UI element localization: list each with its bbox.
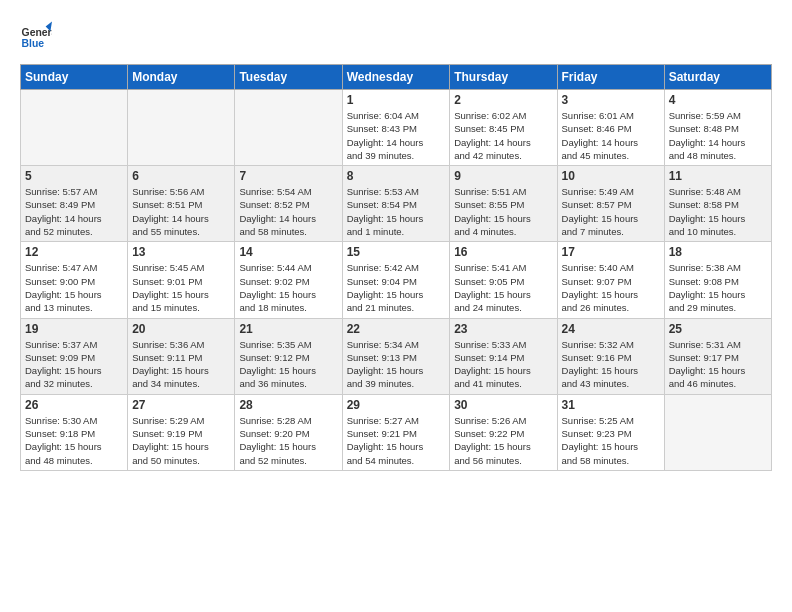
day-info: Sunrise: 5:57 AM Sunset: 8:49 PM Dayligh… [25, 185, 123, 238]
calendar-cell: 7Sunrise: 5:54 AM Sunset: 8:52 PM Daylig… [235, 166, 342, 242]
calendar-cell [21, 90, 128, 166]
day-number: 8 [347, 169, 446, 183]
day-number: 2 [454, 93, 552, 107]
day-info: Sunrise: 5:36 AM Sunset: 9:11 PM Dayligh… [132, 338, 230, 391]
calendar-cell: 21Sunrise: 5:35 AM Sunset: 9:12 PM Dayli… [235, 318, 342, 394]
day-info: Sunrise: 5:35 AM Sunset: 9:12 PM Dayligh… [239, 338, 337, 391]
day-number: 27 [132, 398, 230, 412]
day-number: 23 [454, 322, 552, 336]
day-info: Sunrise: 5:34 AM Sunset: 9:13 PM Dayligh… [347, 338, 446, 391]
day-info: Sunrise: 5:30 AM Sunset: 9:18 PM Dayligh… [25, 414, 123, 467]
calendar-cell: 30Sunrise: 5:26 AM Sunset: 9:22 PM Dayli… [450, 394, 557, 470]
calendar-cell: 8Sunrise: 5:53 AM Sunset: 8:54 PM Daylig… [342, 166, 450, 242]
day-info: Sunrise: 5:56 AM Sunset: 8:51 PM Dayligh… [132, 185, 230, 238]
day-number: 7 [239, 169, 337, 183]
day-info: Sunrise: 5:40 AM Sunset: 9:07 PM Dayligh… [562, 261, 660, 314]
calendar-cell: 14Sunrise: 5:44 AM Sunset: 9:02 PM Dayli… [235, 242, 342, 318]
weekday-header-thursday: Thursday [450, 65, 557, 90]
day-info: Sunrise: 5:51 AM Sunset: 8:55 PM Dayligh… [454, 185, 552, 238]
logo-icon: General Blue [20, 20, 52, 52]
weekday-header-row: SundayMondayTuesdayWednesdayThursdayFrid… [21, 65, 772, 90]
logo: General Blue [20, 20, 56, 52]
calendar-cell: 31Sunrise: 5:25 AM Sunset: 9:23 PM Dayli… [557, 394, 664, 470]
calendar-cell [128, 90, 235, 166]
calendar-cell: 10Sunrise: 5:49 AM Sunset: 8:57 PM Dayli… [557, 166, 664, 242]
calendar-week-row: 26Sunrise: 5:30 AM Sunset: 9:18 PM Dayli… [21, 394, 772, 470]
day-number: 21 [239, 322, 337, 336]
day-info: Sunrise: 5:45 AM Sunset: 9:01 PM Dayligh… [132, 261, 230, 314]
calendar-cell: 26Sunrise: 5:30 AM Sunset: 9:18 PM Dayli… [21, 394, 128, 470]
day-number: 25 [669, 322, 767, 336]
day-number: 24 [562, 322, 660, 336]
calendar-cell: 29Sunrise: 5:27 AM Sunset: 9:21 PM Dayli… [342, 394, 450, 470]
calendar-cell: 25Sunrise: 5:31 AM Sunset: 9:17 PM Dayli… [664, 318, 771, 394]
svg-text:Blue: Blue [22, 38, 45, 49]
day-number: 19 [25, 322, 123, 336]
day-info: Sunrise: 6:01 AM Sunset: 8:46 PM Dayligh… [562, 109, 660, 162]
day-number: 6 [132, 169, 230, 183]
day-info: Sunrise: 5:28 AM Sunset: 9:20 PM Dayligh… [239, 414, 337, 467]
day-number: 13 [132, 245, 230, 259]
day-number: 18 [669, 245, 767, 259]
day-info: Sunrise: 5:26 AM Sunset: 9:22 PM Dayligh… [454, 414, 552, 467]
day-info: Sunrise: 5:38 AM Sunset: 9:08 PM Dayligh… [669, 261, 767, 314]
day-number: 11 [669, 169, 767, 183]
day-number: 12 [25, 245, 123, 259]
calendar-cell: 22Sunrise: 5:34 AM Sunset: 9:13 PM Dayli… [342, 318, 450, 394]
day-number: 10 [562, 169, 660, 183]
calendar-cell: 16Sunrise: 5:41 AM Sunset: 9:05 PM Dayli… [450, 242, 557, 318]
calendar-cell [664, 394, 771, 470]
calendar-week-row: 1Sunrise: 6:04 AM Sunset: 8:43 PM Daylig… [21, 90, 772, 166]
day-info: Sunrise: 5:29 AM Sunset: 9:19 PM Dayligh… [132, 414, 230, 467]
day-info: Sunrise: 5:59 AM Sunset: 8:48 PM Dayligh… [669, 109, 767, 162]
day-number: 1 [347, 93, 446, 107]
day-info: Sunrise: 5:54 AM Sunset: 8:52 PM Dayligh… [239, 185, 337, 238]
weekday-header-tuesday: Tuesday [235, 65, 342, 90]
day-info: Sunrise: 5:37 AM Sunset: 9:09 PM Dayligh… [25, 338, 123, 391]
day-info: Sunrise: 5:47 AM Sunset: 9:00 PM Dayligh… [25, 261, 123, 314]
day-number: 14 [239, 245, 337, 259]
calendar-cell: 13Sunrise: 5:45 AM Sunset: 9:01 PM Dayli… [128, 242, 235, 318]
day-info: Sunrise: 5:33 AM Sunset: 9:14 PM Dayligh… [454, 338, 552, 391]
weekday-header-friday: Friday [557, 65, 664, 90]
calendar-cell: 11Sunrise: 5:48 AM Sunset: 8:58 PM Dayli… [664, 166, 771, 242]
day-info: Sunrise: 5:42 AM Sunset: 9:04 PM Dayligh… [347, 261, 446, 314]
calendar-cell: 20Sunrise: 5:36 AM Sunset: 9:11 PM Dayli… [128, 318, 235, 394]
calendar-week-row: 5Sunrise: 5:57 AM Sunset: 8:49 PM Daylig… [21, 166, 772, 242]
day-info: Sunrise: 5:31 AM Sunset: 9:17 PM Dayligh… [669, 338, 767, 391]
calendar-cell: 6Sunrise: 5:56 AM Sunset: 8:51 PM Daylig… [128, 166, 235, 242]
calendar-cell: 4Sunrise: 5:59 AM Sunset: 8:48 PM Daylig… [664, 90, 771, 166]
day-number: 16 [454, 245, 552, 259]
day-number: 15 [347, 245, 446, 259]
calendar-cell: 28Sunrise: 5:28 AM Sunset: 9:20 PM Dayli… [235, 394, 342, 470]
calendar-week-row: 12Sunrise: 5:47 AM Sunset: 9:00 PM Dayli… [21, 242, 772, 318]
page-header: General Blue [20, 20, 772, 52]
calendar-cell: 1Sunrise: 6:04 AM Sunset: 8:43 PM Daylig… [342, 90, 450, 166]
calendar-cell: 9Sunrise: 5:51 AM Sunset: 8:55 PM Daylig… [450, 166, 557, 242]
day-number: 26 [25, 398, 123, 412]
day-number: 4 [669, 93, 767, 107]
day-number: 22 [347, 322, 446, 336]
calendar-cell: 24Sunrise: 5:32 AM Sunset: 9:16 PM Dayli… [557, 318, 664, 394]
calendar-week-row: 19Sunrise: 5:37 AM Sunset: 9:09 PM Dayli… [21, 318, 772, 394]
day-number: 3 [562, 93, 660, 107]
calendar-cell: 19Sunrise: 5:37 AM Sunset: 9:09 PM Dayli… [21, 318, 128, 394]
day-number: 20 [132, 322, 230, 336]
calendar-cell: 17Sunrise: 5:40 AM Sunset: 9:07 PM Dayli… [557, 242, 664, 318]
day-number: 29 [347, 398, 446, 412]
day-number: 28 [239, 398, 337, 412]
calendar-cell: 3Sunrise: 6:01 AM Sunset: 8:46 PM Daylig… [557, 90, 664, 166]
day-info: Sunrise: 6:04 AM Sunset: 8:43 PM Dayligh… [347, 109, 446, 162]
calendar-table: SundayMondayTuesdayWednesdayThursdayFrid… [20, 64, 772, 471]
calendar-cell: 5Sunrise: 5:57 AM Sunset: 8:49 PM Daylig… [21, 166, 128, 242]
weekday-header-sunday: Sunday [21, 65, 128, 90]
calendar-cell [235, 90, 342, 166]
svg-text:General: General [22, 27, 52, 38]
calendar-cell: 15Sunrise: 5:42 AM Sunset: 9:04 PM Dayli… [342, 242, 450, 318]
day-info: Sunrise: 5:27 AM Sunset: 9:21 PM Dayligh… [347, 414, 446, 467]
calendar-cell: 27Sunrise: 5:29 AM Sunset: 9:19 PM Dayli… [128, 394, 235, 470]
day-number: 31 [562, 398, 660, 412]
day-info: Sunrise: 5:32 AM Sunset: 9:16 PM Dayligh… [562, 338, 660, 391]
day-number: 30 [454, 398, 552, 412]
calendar-cell: 12Sunrise: 5:47 AM Sunset: 9:00 PM Dayli… [21, 242, 128, 318]
